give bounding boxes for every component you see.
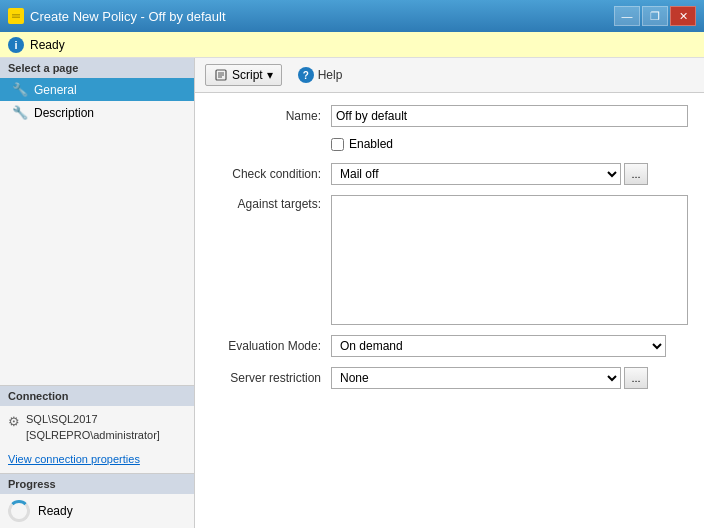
script-icon: [214, 68, 228, 82]
help-button[interactable]: ? Help: [290, 64, 351, 86]
wrench-icon-2: 🔧: [12, 105, 28, 120]
enabled-row: Enabled: [331, 137, 688, 151]
status-text: Ready: [30, 38, 65, 52]
content-area: Script ▾ ? Help Name: Enabled Check co: [195, 58, 704, 528]
connection-text: SQL\SQL2017 [SQLREPRO\administrator]: [26, 412, 160, 443]
connection-info: ⚙ SQL\SQL2017 [SQLREPRO\administrator]: [0, 406, 194, 449]
title-bar: Create New Policy - Off by default — ❐ ✕: [0, 0, 704, 32]
status-bar: i Ready: [0, 32, 704, 58]
connection-server: SQL\SQL2017: [26, 412, 160, 427]
sidebar-item-description-label: Description: [34, 106, 94, 120]
status-icon: i: [8, 37, 24, 53]
progress-header: Progress: [0, 474, 194, 494]
progress-info: Ready: [0, 494, 194, 528]
progress-status: Ready: [38, 504, 73, 518]
progress-spinner: [8, 500, 30, 522]
restore-button[interactable]: ❐: [642, 6, 668, 26]
connection-section: Connection ⚙ SQL\SQL2017 [SQLREPRO\admin…: [0, 385, 194, 473]
view-connection-properties-link[interactable]: View connection properties: [0, 449, 194, 473]
select-page-header: Select a page: [0, 58, 194, 78]
minimize-button[interactable]: —: [614, 6, 640, 26]
title-bar-left: Create New Policy - Off by default: [8, 8, 226, 24]
enabled-checkbox[interactable]: [331, 138, 344, 151]
window-title: Create New Policy - Off by default: [30, 9, 226, 24]
name-label: Name:: [211, 109, 331, 123]
targets-row: Against targets:: [211, 195, 688, 325]
help-label: Help: [318, 68, 343, 82]
check-condition-label: Check condition:: [211, 167, 331, 181]
server-restriction-browse-button[interactable]: ...: [624, 367, 648, 389]
evaluation-mode-row: Evaluation Mode: On demand: [211, 335, 688, 357]
svg-rect-1: [12, 14, 20, 16]
enabled-label: Enabled: [349, 137, 393, 151]
connection-icon: ⚙: [8, 414, 20, 429]
script-label: Script: [232, 68, 263, 82]
server-restriction-select[interactable]: None: [331, 367, 621, 389]
progress-section: Progress Ready: [0, 473, 194, 528]
sidebar-spacer: [0, 124, 194, 385]
sidebar-item-general[interactable]: 🔧 General: [0, 78, 194, 101]
script-dropdown-icon: ▾: [267, 68, 273, 82]
evaluation-mode-label: Evaluation Mode:: [211, 339, 331, 353]
sidebar: Select a page 🔧 General 🔧 Description Co…: [0, 58, 195, 528]
close-button[interactable]: ✕: [670, 6, 696, 26]
name-row: Name:: [211, 105, 688, 127]
help-icon: ?: [298, 67, 314, 83]
connection-user: [SQLREPRO\administrator]: [26, 428, 160, 443]
server-restriction-row: Server restriction None ...: [211, 367, 688, 389]
connection-header: Connection: [0, 386, 194, 406]
evaluation-mode-select[interactable]: On demand: [331, 335, 666, 357]
check-condition-row: Check condition: Mail off ...: [211, 163, 688, 185]
server-restriction-label: Server restriction: [211, 371, 331, 385]
sidebar-item-general-label: General: [34, 83, 77, 97]
svg-rect-0: [10, 10, 22, 22]
targets-textarea[interactable]: [331, 195, 688, 325]
svg-rect-2: [12, 17, 20, 19]
main-layout: Select a page 🔧 General 🔧 Description Co…: [0, 58, 704, 528]
name-input[interactable]: [331, 105, 688, 127]
targets-label: Against targets:: [211, 195, 331, 211]
sidebar-item-description[interactable]: 🔧 Description: [0, 101, 194, 124]
check-condition-select[interactable]: Mail off: [331, 163, 621, 185]
wrench-icon: 🔧: [12, 82, 28, 97]
check-condition-browse-button[interactable]: ...: [624, 163, 648, 185]
script-button[interactable]: Script ▾: [205, 64, 282, 86]
window-controls[interactable]: — ❐ ✕: [614, 6, 696, 26]
form-content: Name: Enabled Check condition: Mail off …: [195, 93, 704, 528]
app-icon: [8, 8, 24, 24]
toolbar: Script ▾ ? Help: [195, 58, 704, 93]
